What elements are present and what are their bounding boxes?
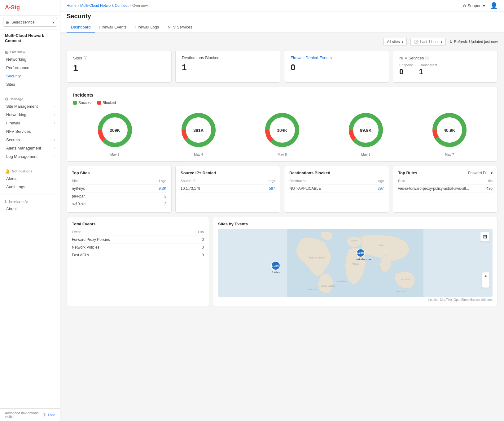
service-select-button[interactable]: ⊞ Select service ▾: [3, 18, 57, 27]
site-logs[interactable]: 2: [132, 193, 166, 200]
incidents-legend: Success Blocked: [73, 101, 491, 105]
sidebar-footer-text: Advanced nav options visible: [5, 411, 41, 419]
map-layers-button[interactable]: ⊞: [482, 233, 488, 240]
legend-success: Success: [73, 101, 92, 105]
top-sites-title: Top Sites: [72, 171, 166, 175]
top-sites-table: Site Logs ny8-nyc9.3Kpa4-par2sv10-sjc2: [72, 178, 166, 208]
tab-nfv-services[interactable]: NFV Services: [163, 22, 196, 33]
summary-card-nfv-title: NFV Services ⓘ: [399, 55, 491, 61]
svg-text:ASIA: ASIA: [379, 244, 384, 246]
firewall-denied-link[interactable]: Firewall Denied Events: [291, 55, 332, 60]
sidebar-item-firewall[interactable]: Firewall ›: [0, 119, 60, 127]
breadcrumb-sep-1: ›: [78, 3, 79, 8]
overview-icon: ⊞: [5, 50, 8, 54]
sidebar-logo: A-Stg: [0, 0, 60, 15]
world-map-svg: NORTH AMERICA SOUTH AMERICA AFRICA ASIA …: [218, 229, 493, 297]
total-events-table: Event Hits Forward Proxy Policies0Networ…: [72, 229, 204, 259]
tab-dashboard[interactable]: Dashboard: [67, 22, 95, 33]
donut-value: 381K: [193, 128, 204, 133]
source-logs[interactable]: 597: [249, 185, 275, 193]
event-name: Forward Proxy Policies: [72, 236, 186, 244]
sidebar-section-manage: ⚙ Manage Site Management › Networking › …: [0, 93, 60, 163]
sidebar-item-audit-logs[interactable]: Audit Logs: [0, 183, 60, 191]
sidebar-item-alerts[interactable]: Alerts: [0, 174, 60, 183]
sidebar-item-alerts-management[interactable]: Alerts Management ›: [0, 144, 60, 152]
list-item: Fast ACLs0: [72, 251, 204, 259]
all-sites-filter[interactable]: All sites ▾: [383, 38, 406, 46]
grid-icon: ⊞: [6, 20, 10, 25]
sidebar-item-secrets[interactable]: Secrets ›: [0, 136, 60, 144]
summary-cards-row: Sites ⓘ 1 Destinations Blocked 1 Firewal…: [67, 50, 498, 83]
donut-value: 99.9K: [360, 128, 371, 133]
sidebar-item-nfv-services[interactable]: NFV Services: [0, 127, 60, 136]
sidebar-item-performance[interactable]: Performance: [0, 63, 60, 72]
top-rules-dropdown[interactable]: Forward Pr... ▾: [468, 171, 493, 175]
support-button[interactable]: ⊙ Support ▾: [463, 3, 485, 8]
map-zoom-in[interactable]: +: [482, 272, 489, 280]
sidebar-item-networking[interactable]: Networking: [0, 55, 60, 63]
site-logs[interactable]: 2: [132, 200, 166, 208]
sidebar-section-service-info: ℹ Service Info About: [0, 196, 60, 215]
time-filter[interactable]: 🕐 Last 1 hour ▾: [410, 38, 446, 46]
tab-firewall-events[interactable]: Firewall Events: [95, 22, 131, 33]
site-name: ny8-nyc: [72, 185, 132, 193]
sidebar: A-Stg ⊞ Select service ▾ Multi-Cloud Net…: [0, 0, 60, 421]
donut-svg: 99.9K: [346, 110, 386, 150]
rule-name: ves-io-forward-proxy-policy-astral-aws-a…: [398, 185, 481, 193]
top-rules-title: Top Rules Forward Pr... ▾: [398, 171, 493, 175]
legend-dot-success: [73, 101, 77, 105]
service-select-label: Select service: [11, 20, 35, 24]
sidebar-divider-3: [0, 194, 60, 194]
event-hits: 0: [186, 251, 204, 259]
summary-card-sites-value: 1: [73, 63, 165, 73]
cluster-astral-azure[interactable]: 0.23M astral-azure: [356, 249, 371, 261]
sidebar-item-site-management[interactable]: Site Management ›: [0, 102, 60, 111]
breadcrumb-home[interactable]: Home: [67, 3, 77, 8]
breadcrumb-sep-2: ›: [130, 3, 131, 8]
sidebar-item-log-management[interactable]: Log Management ›: [0, 152, 60, 161]
donut-label: May 6: [361, 153, 370, 156]
source-ips-table: Source IP Logs 10.1.73.179597: [181, 178, 275, 193]
sidebar-service-info-title: ℹ Service Info: [0, 197, 60, 205]
map-card-title: Sites by Events: [218, 222, 493, 226]
table-row: ves-io-forward-proxy-policy-astral-aws-a…: [398, 185, 493, 193]
page-header: Security Dashboard Firewall Events Firew…: [60, 11, 504, 33]
nfv-transparent-item: Transparent 1: [419, 63, 437, 76]
donut-chart: 40.9K May 7: [429, 110, 470, 156]
events-map-row: Total Events Event Hits Forward Proxy Po…: [67, 217, 498, 306]
cluster-3-sites[interactable]: 0.26M 3 sites: [271, 261, 280, 274]
service-info-icon: ℹ: [5, 199, 7, 204]
breadcrumb-multicloud[interactable]: Multi-Cloud Network Connect: [80, 3, 129, 8]
donut-label: May 7: [445, 153, 454, 156]
sidebar-item-security[interactable]: Security: [0, 72, 60, 80]
summary-card-nfv-sub: Endpoint 0 Transparent 1: [399, 63, 491, 76]
table-row: NOT-APPLICABLE297: [289, 185, 384, 193]
all-sites-label: All sites: [387, 40, 400, 44]
site-logs[interactable]: 9.3K: [132, 185, 166, 193]
refresh-button[interactable]: ↻ Refresh: Updated just now: [449, 40, 498, 44]
summary-card-destinations-title: Destinations Blocked: [182, 55, 274, 60]
time-filter-label: Last 1 hour: [420, 40, 439, 44]
incidents-title: Incidents: [73, 92, 491, 98]
sidebar-hide-link[interactable]: Hide: [48, 413, 55, 417]
breadcrumb-current: Overview: [132, 3, 148, 8]
all-sites-chevron: ▾: [402, 40, 403, 44]
destination-logs[interactable]: 297: [366, 185, 384, 193]
donut-chart: 104K May 5: [262, 110, 302, 156]
svg-text:Indian Ocean: Indian Ocean: [396, 291, 405, 292]
donut-chart: 99.9K May 6: [346, 110, 386, 156]
sidebar-item-networking-manage[interactable]: Networking ›: [0, 111, 60, 119]
summary-card-firewall-title: Firewall Denied Events: [291, 55, 383, 60]
service-select-chevron: ▾: [53, 21, 54, 24]
sidebar-item-sites[interactable]: Sites: [0, 80, 60, 89]
table-row: sv10-sjc2: [72, 200, 166, 208]
user-icon[interactable]: 👤: [490, 2, 498, 9]
summary-card-destinations-value: 1: [182, 63, 274, 72]
sidebar-section-notifications: 🔔 Notifications Alerts Audit Logs: [0, 165, 60, 193]
tab-firewall-logs[interactable]: Firewall Logs: [131, 22, 164, 33]
list-item: Network Policies0: [72, 244, 204, 251]
manage-icon: ⚙: [5, 97, 9, 102]
sidebar-item-about[interactable]: About: [0, 205, 60, 213]
map-zoom-out[interactable]: −: [482, 280, 489, 288]
time-filter-chevron: ▾: [441, 40, 442, 44]
